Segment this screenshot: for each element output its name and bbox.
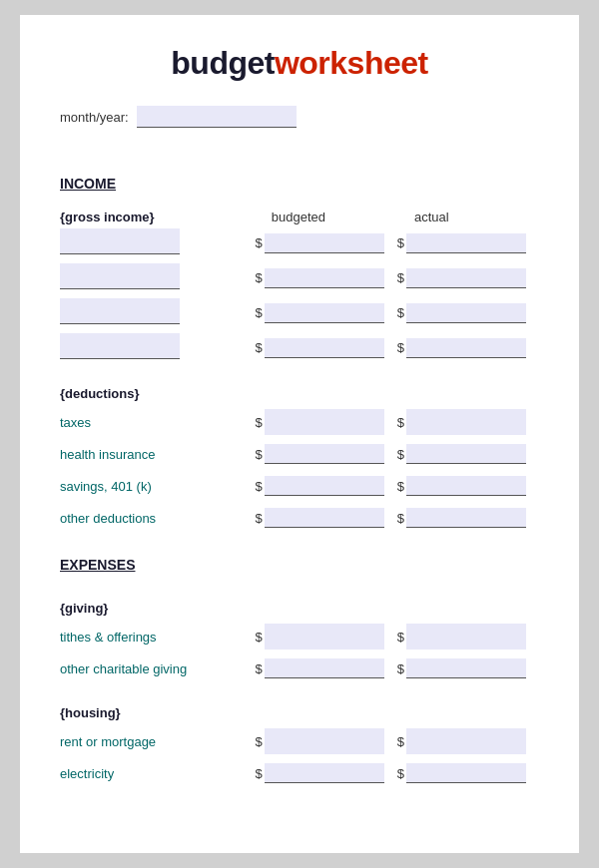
gross-income-header: {gross income}	[60, 210, 155, 224]
electricity-row: electricity $ $	[60, 760, 539, 786]
other-giving-budgeted[interactable]	[265, 658, 384, 678]
tithes-budgeted[interactable]	[265, 624, 384, 650]
rent-mortgage-row: rent or mortgage $ $	[60, 728, 539, 754]
deductions-header: {deductions}	[60, 386, 539, 401]
gross-income-name-4[interactable]	[60, 333, 180, 359]
other-giving-row: other charitable giving $ $	[60, 655, 539, 681]
other-deductions-actual[interactable]	[406, 508, 526, 528]
gross-income-actual-3[interactable]	[406, 303, 526, 323]
gross-income-budgeted-1[interactable]	[265, 233, 384, 253]
savings-label: savings, 401 (k)	[60, 479, 256, 494]
gross-income-row-4: $ $	[60, 333, 539, 362]
other-giving-label: other charitable giving	[60, 661, 256, 676]
expenses-header: EXPENSES	[60, 557, 539, 573]
gross-income-actual-2[interactable]	[406, 268, 526, 288]
page-title: budgetworksheet	[60, 45, 539, 82]
gross-income-name-3[interactable]	[60, 298, 180, 324]
savings-actual[interactable]	[406, 476, 526, 496]
gross-income-actual-4[interactable]	[406, 338, 526, 358]
rent-mortgage-actual[interactable]	[406, 728, 526, 754]
savings-budgeted[interactable]	[265, 476, 384, 496]
budgeted-col-header: budgeted	[254, 210, 396, 224]
electricity-actual[interactable]	[406, 763, 526, 783]
other-giving-actual[interactable]	[406, 658, 526, 678]
other-deductions-label: other deductions	[60, 511, 256, 526]
month-year-row: month/year:	[60, 106, 539, 128]
housing-header: {housing}	[60, 705, 539, 720]
gross-income-budgeted-2[interactable]	[265, 268, 384, 288]
gross-income-name-2[interactable]	[60, 263, 180, 289]
taxes-budgeted[interactable]	[265, 409, 384, 435]
giving-header: {giving}	[60, 601, 539, 616]
rent-mortgage-budgeted[interactable]	[265, 728, 384, 754]
taxes-actual[interactable]	[406, 409, 526, 435]
rent-mortgage-label: rent or mortgage	[60, 734, 256, 749]
gross-income-row-1: $ $	[60, 228, 539, 257]
other-deductions-row: other deductions $ $	[60, 505, 539, 531]
health-insurance-row: health insurance $ $	[60, 441, 539, 467]
electricity-budgeted[interactable]	[265, 763, 384, 783]
title-worksheet: worksheet	[275, 45, 428, 81]
month-year-label: month/year:	[60, 110, 129, 125]
month-year-input[interactable]	[137, 106, 297, 128]
gross-income-actual-1[interactable]	[406, 233, 526, 253]
income-header: INCOME	[60, 176, 539, 192]
budget-worksheet-page: budgetworksheet month/year: INCOME {gros…	[20, 15, 579, 853]
columns-header: {gross income} budgeted actual	[60, 210, 539, 224]
tithes-row: tithes & offerings $ $	[60, 624, 539, 650]
other-deductions-budgeted[interactable]	[265, 508, 384, 528]
gross-income-budgeted-4[interactable]	[265, 338, 384, 358]
gross-income-name-1[interactable]	[60, 228, 180, 254]
health-insurance-budgeted[interactable]	[265, 444, 384, 464]
taxes-row: taxes $ $	[60, 409, 539, 435]
title-budget: budget	[171, 45, 275, 81]
tithes-label: tithes & offerings	[60, 630, 256, 645]
health-insurance-label: health insurance	[60, 447, 256, 462]
savings-row: savings, 401 (k) $ $	[60, 473, 539, 499]
actual-col-header: actual	[396, 210, 539, 224]
taxes-label: taxes	[60, 415, 256, 430]
gross-income-budgeted-3[interactable]	[265, 303, 384, 323]
health-insurance-actual[interactable]	[406, 444, 526, 464]
tithes-actual[interactable]	[406, 624, 526, 650]
electricity-label: electricity	[60, 766, 256, 781]
gross-income-row-2: $ $	[60, 263, 539, 292]
gross-income-row-3: $ $	[60, 298, 539, 327]
